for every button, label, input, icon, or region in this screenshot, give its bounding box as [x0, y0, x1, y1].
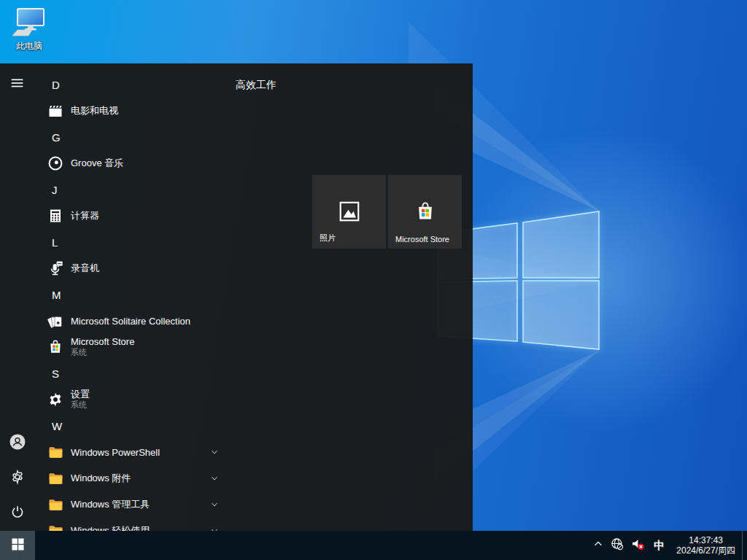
show-desktop-button[interactable]: [742, 531, 747, 560]
folder-icon: [47, 496, 64, 513]
tile-group: 照片 Microsoft Store: [312, 175, 462, 249]
tile-photos[interactable]: 照片: [312, 175, 386, 249]
app-list-item-microsoft-store[interactable]: Microsoft Store 系统: [35, 334, 228, 360]
settings-gear-icon: [47, 391, 64, 408]
ime-indicator[interactable]: 中: [649, 531, 670, 560]
svg-text:♠: ♠: [57, 319, 61, 326]
tile-group-header: 高效工作: [236, 79, 276, 92]
app-list-letter-g[interactable]: G: [35, 124, 228, 150]
clock-date: 2024/6/27/周四: [676, 545, 735, 556]
folder-icon: [47, 470, 64, 487]
app-list-item-calculator[interactable]: 计算器: [35, 203, 228, 229]
app-list: D 电影和电视 G: [35, 71, 228, 531]
app-list-letter-m[interactable]: M: [35, 281, 228, 308]
app-list-folder-windows-powershell[interactable]: Windows PowerShell: [35, 439, 228, 465]
start-menu-rail: [0, 63, 35, 531]
app-list-item-voice-recorder[interactable]: 录音机: [35, 255, 228, 281]
app-list-folder-windows-accessories[interactable]: Windows 附件: [35, 465, 228, 491]
movies-tv-icon: [47, 102, 64, 120]
volume-muted-icon: [631, 537, 645, 554]
hamburger-menu-icon: [9, 75, 26, 94]
folder-icon: [47, 522, 64, 531]
app-list-letter-d[interactable]: D: [35, 71, 228, 98]
user-account-button[interactable]: [0, 426, 35, 461]
chevron-down-icon: [210, 500, 219, 509]
app-list-letter-l[interactable]: L: [35, 229, 228, 255]
app-list-letter-w[interactable]: W: [35, 413, 228, 439]
settings-gear-icon: [9, 469, 26, 488]
show-hidden-icons-button[interactable]: [589, 531, 607, 560]
photos-icon: [338, 200, 361, 223]
system-tray: 中 14:37:43 2024/6/27/周四: [589, 531, 747, 560]
this-pc-icon: [12, 7, 47, 39]
solitaire-icon: ♠: [47, 312, 64, 330]
app-list-folder-windows-ease-of-access[interactable]: Windows 轻松使用: [35, 518, 228, 531]
app-sublabel: 系统: [71, 400, 90, 410]
app-list-item-solitaire[interactable]: ♠ Microsoft Solitaire Collection: [35, 308, 228, 334]
start-button[interactable]: [0, 531, 35, 560]
store-icon: [414, 200, 437, 223]
power-button[interactable]: [0, 496, 35, 531]
store-icon: [47, 338, 64, 356]
calculator-icon: [47, 207, 64, 225]
app-list-item-settings[interactable]: 设置 系统: [35, 386, 228, 413]
app-list-letter-s[interactable]: S: [35, 360, 228, 386]
taskbar: 中 14:37:43 2024/6/27/周四: [0, 531, 747, 560]
taskbar-clock[interactable]: 14:37:43 2024/6/27/周四: [670, 535, 742, 556]
folder-icon: [47, 443, 64, 461]
chevron-down-icon: [210, 474, 219, 483]
app-list-item-groove-music[interactable]: Groove 音乐: [35, 150, 228, 176]
tile-microsoft-store[interactable]: Microsoft Store: [388, 175, 462, 249]
app-sublabel: 系统: [71, 348, 134, 357]
chevron-up-icon: [593, 539, 603, 552]
voice-recorder-icon: [47, 260, 64, 277]
settings-button[interactable]: [0, 461, 35, 496]
start-menu: D 电影和电视 G: [0, 63, 473, 531]
expand-menu-button[interactable]: [0, 67, 35, 102]
clock-time: 14:37:43: [676, 535, 735, 545]
desktop-icon-label: 此电脑: [16, 40, 42, 52]
app-list-folder-windows-admin-tools[interactable]: Windows 管理工具: [35, 491, 228, 518]
app-list-letter-j[interactable]: J: [35, 176, 228, 203]
user-icon: [9, 433, 26, 454]
network-globe-offline-icon: [611, 537, 624, 553]
power-icon: [9, 504, 26, 523]
groove-music-icon: [47, 155, 64, 172]
volume-button[interactable]: [627, 531, 649, 560]
desktop-icon-this-pc[interactable]: 此电脑: [7, 7, 51, 52]
app-list-item-movies-tv[interactable]: 电影和电视: [35, 98, 228, 124]
windows-start-icon: [12, 538, 24, 553]
chevron-down-icon: [210, 448, 219, 456]
network-status-button[interactable]: [607, 531, 627, 560]
